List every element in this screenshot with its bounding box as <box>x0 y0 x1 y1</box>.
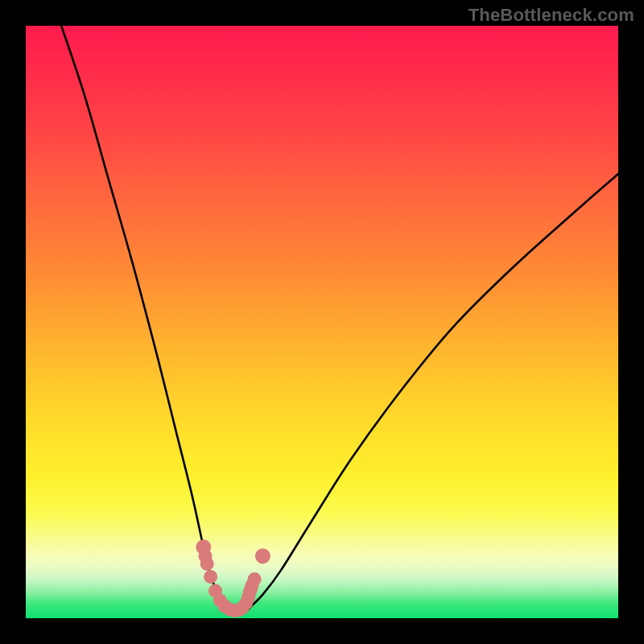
chart-frame: TheBottleneck.com <box>0 0 644 644</box>
highlight-dot <box>204 570 217 584</box>
highlight-dot <box>200 557 214 571</box>
watermark-text: TheBottleneck.com <box>469 5 634 26</box>
highlight-dot <box>255 548 270 564</box>
highlight-dot <box>248 572 262 586</box>
plot-area <box>26 26 618 618</box>
highlight-dots-group <box>196 539 270 617</box>
curve-layer <box>26 26 618 618</box>
bottleneck-curve <box>61 26 618 613</box>
